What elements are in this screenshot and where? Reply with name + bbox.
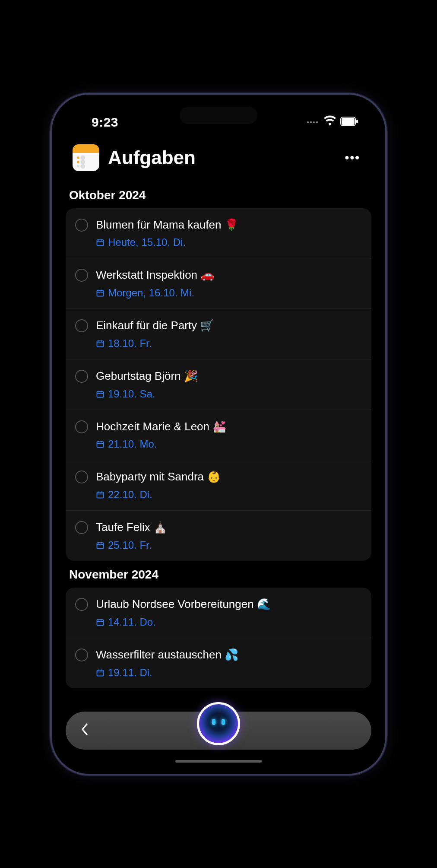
task-group: Urlaub Nordsee Vorbereitungen 🌊14.11. Do… [66, 588, 371, 688]
task-item[interactable]: Blumen für Mama kaufen 🌹Heute, 15.10. Di… [66, 208, 371, 259]
task-date: 18.10. Fr. [96, 337, 362, 350]
task-checkbox[interactable] [75, 471, 88, 483]
task-group: Blumen für Mama kaufen 🌹Heute, 15.10. Di… [66, 208, 371, 561]
svg-rect-3 [97, 240, 104, 245]
task-list[interactable]: Oktober 2024Blumen für Mama kaufen 🌹Heut… [57, 181, 380, 769]
task-item[interactable]: Hochzeit Marie & Leon 💒21.10. Mo. [66, 410, 371, 461]
task-body: Wasserfilter austauschen 💦19.11. Di. [96, 648, 362, 679]
task-date: 25.10. Fr. [96, 539, 362, 551]
side-button [50, 224, 52, 246]
task-checkbox[interactable] [75, 420, 88, 433]
bottom-toolbar [66, 712, 371, 750]
screen: 9:23 Aufgaben ••• Oktober 2024Blumen für… [57, 100, 380, 769]
task-item[interactable]: Urlaub Nordsee Vorbereitungen 🌊14.11. Do… [66, 588, 371, 638]
task-date-text: 25.10. Fr. [108, 539, 152, 551]
svg-rect-9 [97, 543, 104, 548]
calendar-icon [96, 289, 104, 297]
more-button[interactable]: ••• [341, 146, 364, 169]
calendar-icon [96, 618, 104, 626]
task-item[interactable]: Geburtstag Björn 🎉19.10. Sa. [66, 359, 371, 410]
calendar-icon [96, 668, 104, 677]
calendar-icon [96, 541, 104, 550]
calendar-icon [96, 339, 104, 348]
status-icons [307, 115, 358, 129]
calendar-icon [96, 390, 104, 398]
task-date: 21.10. Mo. [96, 438, 362, 450]
task-date-text: Morgen, 16.10. Mi. [108, 287, 194, 299]
task-date-text: 14.11. Do. [108, 616, 156, 628]
task-body: Einkauf für die Party 🛒18.10. Fr. [96, 318, 362, 350]
volume-up-button [50, 267, 52, 311]
task-item[interactable]: Wasserfilter austauschen 💦19.11. Di. [66, 638, 371, 688]
task-body: Geburtstag Björn 🎉19.10. Sa. [96, 369, 362, 400]
task-title: Hochzeit Marie & Leon 💒 [96, 420, 362, 434]
task-date: Heute, 15.10. Di. [96, 236, 362, 248]
task-title: Wasserfilter austauschen 💦 [96, 648, 362, 662]
calendar-icon [96, 440, 104, 448]
task-date-text: 18.10. Fr. [108, 337, 152, 350]
section-header: Oktober 2024 [66, 181, 371, 208]
task-title: Blumen für Mama kaufen 🌹 [96, 218, 362, 232]
task-checkbox[interactable] [75, 319, 88, 332]
home-indicator[interactable] [175, 760, 262, 763]
task-date-text: 22.10. Di. [108, 489, 152, 501]
svg-rect-6 [97, 391, 104, 397]
assistant-button[interactable] [197, 702, 240, 745]
status-time: 9:23 [92, 115, 118, 130]
volume-down-button [50, 319, 52, 362]
svg-rect-8 [97, 492, 104, 498]
power-button [385, 285, 387, 354]
svg-rect-5 [97, 341, 104, 347]
calendar-icon [96, 238, 104, 247]
task-body: Werkstatt Inspektion 🚗Morgen, 16.10. Mi. [96, 268, 362, 299]
task-title: Geburtstag Björn 🎉 [96, 369, 362, 384]
task-checkbox[interactable] [75, 370, 88, 383]
task-item[interactable]: Werkstatt Inspektion 🚗Morgen, 16.10. Mi. [66, 258, 371, 309]
task-checkbox[interactable] [75, 219, 88, 232]
cell-signal-icon [307, 121, 318, 123]
section-header: November 2024 [66, 561, 371, 588]
phone-frame: 9:23 Aufgaben ••• Oktober 2024Blumen für… [50, 93, 387, 776]
task-date-text: Heute, 15.10. Di. [108, 236, 186, 248]
task-title: Urlaub Nordsee Vorbereitungen 🌊 [96, 597, 362, 612]
task-date: Morgen, 16.10. Mi. [96, 287, 362, 299]
svg-rect-2 [356, 120, 358, 123]
task-date-text: 19.11. Di. [108, 667, 152, 679]
svg-rect-10 [97, 620, 104, 625]
task-title: Werkstatt Inspektion 🚗 [96, 268, 362, 283]
svg-rect-11 [97, 670, 104, 676]
task-body: Taufe Felix ⛪25.10. Fr. [96, 520, 362, 551]
task-title: Taufe Felix ⛪ [96, 520, 362, 535]
app-icon [73, 144, 99, 171]
status-bar: 9:23 [57, 100, 380, 137]
svg-rect-7 [97, 442, 104, 448]
task-date-text: 19.10. Sa. [108, 388, 155, 400]
battery-icon [340, 117, 358, 128]
task-date-text: 21.10. Mo. [108, 438, 157, 450]
back-button[interactable] [80, 722, 88, 740]
task-body: Babyparty mit Sandra 👶22.10. Di. [96, 470, 362, 501]
page-header: Aufgaben ••• [57, 137, 380, 181]
task-body: Hochzeit Marie & Leon 💒21.10. Mo. [96, 420, 362, 451]
task-body: Blumen für Mama kaufen 🌹Heute, 15.10. Di… [96, 218, 362, 249]
task-item[interactable]: Taufe Felix ⛪25.10. Fr. [66, 511, 371, 561]
task-item[interactable]: Babyparty mit Sandra 👶22.10. Di. [66, 460, 371, 511]
task-date: 14.11. Do. [96, 616, 362, 628]
task-checkbox[interactable] [75, 598, 88, 611]
task-title: Einkauf für die Party 🛒 [96, 318, 362, 333]
task-checkbox[interactable] [75, 269, 88, 282]
svg-rect-1 [342, 118, 355, 125]
task-date: 19.11. Di. [96, 667, 362, 679]
task-date: 19.10. Sa. [96, 388, 362, 400]
svg-rect-4 [97, 290, 104, 296]
task-title: Babyparty mit Sandra 👶 [96, 470, 362, 484]
task-date: 22.10. Di. [96, 489, 362, 501]
task-checkbox[interactable] [75, 521, 88, 534]
task-checkbox[interactable] [75, 649, 88, 661]
wifi-icon [324, 115, 336, 129]
task-body: Urlaub Nordsee Vorbereitungen 🌊14.11. Do… [96, 597, 362, 628]
calendar-icon [96, 490, 104, 499]
task-item[interactable]: Einkauf für die Party 🛒18.10. Fr. [66, 309, 371, 359]
page-title: Aufgaben [108, 147, 332, 169]
